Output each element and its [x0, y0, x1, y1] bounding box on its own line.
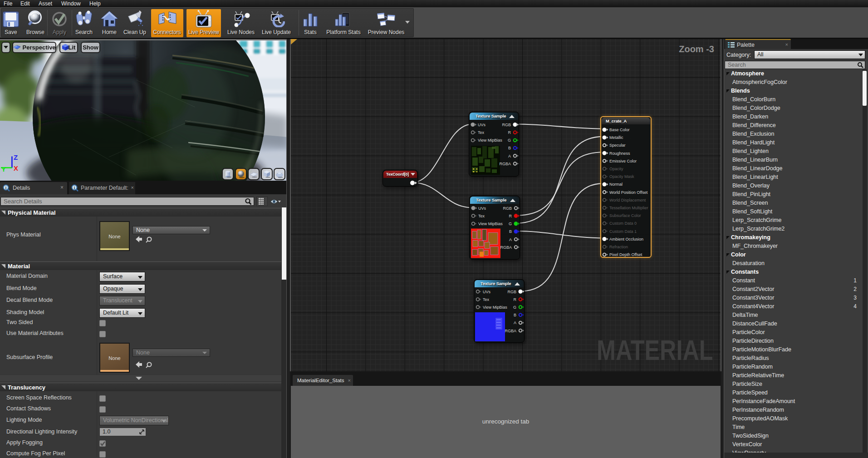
svg-text:Subsurface Color: Subsurface Color [609, 213, 641, 218]
svg-text:Opacity: Opacity [609, 167, 623, 171]
svg-text:Y: Y [1, 165, 6, 173]
svg-text:Tex: Tex [478, 130, 485, 135]
svg-text:Tex: Tex [478, 214, 485, 218]
svg-text:X: X [14, 164, 18, 172]
svg-text:UVs: UVs [478, 206, 486, 211]
svg-text:Tessellation Multiplier: Tessellation Multiplier [609, 206, 648, 210]
svg-text:Opacity Mask: Opacity Mask [609, 174, 634, 179]
svg-text:Roughness: Roughness [609, 151, 630, 156]
svg-text:Ambient Occlusion: Ambient Occlusion [609, 237, 643, 241]
svg-text:Normal: Normal [609, 182, 623, 187]
svg-text:B: B [508, 146, 511, 150]
svg-text:G: G [508, 138, 511, 143]
svg-text:A: A [509, 237, 512, 242]
svg-text:View MipBias: View MipBias [483, 305, 507, 310]
svg-text:UVs: UVs [483, 290, 491, 294]
svg-text:Metallic: Metallic [609, 135, 623, 140]
svg-text:Specular: Specular [609, 143, 626, 148]
svg-text:i: i [5, 186, 7, 190]
svg-text:Tex: Tex [483, 297, 490, 302]
svg-text:World Position Offset: World Position Offset [609, 190, 648, 195]
svg-text:G: G [509, 222, 512, 226]
svg-text:i: i [74, 186, 75, 190]
svg-text:A: A [508, 154, 511, 158]
svg-text:R: R [509, 214, 512, 218]
svg-text:World Displacement: World Displacement [609, 198, 646, 202]
svg-text:View MipBias: View MipBias [478, 222, 503, 226]
svg-text:R: R [514, 297, 517, 302]
svg-text:G: G [513, 305, 516, 310]
svg-text:Base Color: Base Color [609, 128, 630, 132]
svg-text:Refraction: Refraction [609, 245, 628, 249]
svg-text:View MipBias: View MipBias [478, 138, 502, 143]
svg-text:Pixel Depth Offset: Pixel Depth Offset [609, 252, 642, 257]
svg-text:RGBA: RGBA [499, 162, 511, 166]
svg-text:Z: Z [14, 153, 18, 161]
svg-text:B: B [514, 313, 516, 317]
svg-text:RGB: RGB [502, 123, 511, 127]
svg-text:UVs: UVs [478, 123, 486, 127]
svg-text:Custom Data 0: Custom Data 0 [609, 221, 637, 226]
svg-text:RGBA: RGBA [500, 245, 512, 250]
svg-text:A: A [514, 320, 516, 325]
svg-text:Emissive Color: Emissive Color [609, 159, 637, 163]
svg-text:RGB: RGB [507, 290, 516, 294]
svg-text:R: R [508, 130, 511, 135]
svg-text:RGB: RGB [503, 206, 512, 211]
svg-text:Custom Data 1: Custom Data 1 [609, 229, 637, 234]
svg-text:B: B [509, 229, 512, 234]
svg-text:RGBA: RGBA [505, 329, 516, 333]
